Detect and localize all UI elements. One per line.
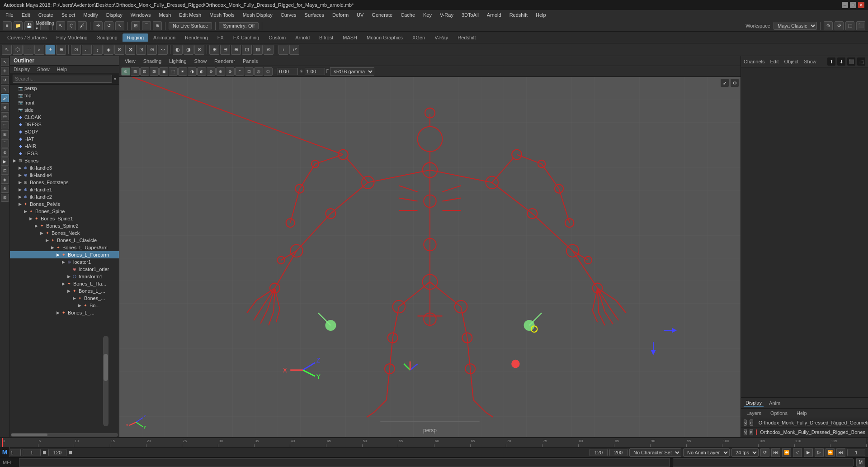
- vp-menu-lighting[interactable]: Lighting: [165, 57, 190, 65]
- tree-item-bones-spine2[interactable]: ▶ ✦ Bones_Spine2: [10, 222, 119, 229]
- lt-hypershade[interactable]: ◈: [1, 176, 9, 184]
- tree-item-ikhandle3[interactable]: ▶ ⊕ ikHandle3: [10, 164, 119, 172]
- lt-curve[interactable]: ⌒: [1, 139, 9, 148]
- tb-mirror[interactable]: ⇔: [158, 45, 168, 55]
- status-playback-prev[interactable]: ⏪: [782, 448, 791, 457]
- menu-generate[interactable]: Generate: [368, 11, 396, 19]
- modeling-dropdown[interactable]: Modeling ▾: [40, 21, 49, 30]
- vp-aa-btn[interactable]: ⊗: [226, 67, 235, 76]
- tree-item-bones-footsteps[interactable]: ▶ ⊞ Bones_Footsteps: [10, 179, 119, 186]
- menu-mesh[interactable]: Mesh: [155, 11, 175, 19]
- status-current-frame[interactable]: 1: [847, 449, 865, 456]
- menu-display[interactable]: Display: [103, 11, 126, 19]
- tree-item-ikhandle2[interactable]: ▶ ⊕ ikHandle2: [10, 193, 119, 200]
- tree-item-locator1-orier[interactable]: ⊕ locator1_orier: [10, 266, 119, 273]
- tb-paint[interactable]: ⋯: [24, 45, 33, 55]
- tb-paint-skin[interactable]: ⊗: [194, 45, 204, 55]
- menu-3dto[interactable]: 3DToAll: [458, 11, 482, 19]
- corner-icon-maximize[interactable]: ⤢: [721, 79, 729, 87]
- menu-key[interactable]: Key: [420, 11, 435, 19]
- close-button[interactable]: ✕: [858, 2, 864, 8]
- tb-remove[interactable]: ⊘: [114, 45, 124, 55]
- menu-edit[interactable]: Edit: [18, 11, 34, 19]
- layer-item-bones[interactable]: V P Orthodox_Monk_Fully_Dressed_Rigged_B…: [741, 428, 868, 437]
- vp-gamma-select[interactable]: sRGB gamma: [330, 67, 374, 76]
- layers-tab-anim[interactable]: Anim: [767, 400, 782, 407]
- vp-menu-panels[interactable]: Panels: [239, 57, 262, 65]
- layers-menu-layers[interactable]: Layers: [743, 410, 765, 417]
- outliner-search-input[interactable]: [13, 75, 112, 83]
- vp-light-btn[interactable]: ☀: [178, 67, 187, 76]
- lt-paint[interactable]: 🖌: [1, 94, 9, 102]
- corner-icon-settings[interactable]: ⚙: [731, 79, 739, 87]
- menu-curves[interactable]: Curves: [277, 11, 300, 19]
- outliner-scrollbar-thumb[interactable]: [104, 354, 108, 381]
- tb-insert[interactable]: ↕: [93, 45, 103, 55]
- menu-help[interactable]: Help: [532, 11, 550, 19]
- tb-add[interactable]: +: [278, 45, 288, 55]
- outliner-scrollbar[interactable]: [103, 336, 108, 426]
- lt-ipr-render[interactable]: ⊡: [1, 167, 9, 175]
- lt-snap[interactable]: ⊞: [1, 130, 9, 138]
- tb-orient[interactable]: ⊛: [147, 45, 157, 55]
- lt-soft-mod[interactable]: ◎: [1, 112, 9, 120]
- tb-connect[interactable]: ⊡: [136, 45, 146, 55]
- vp-ssao-btn[interactable]: ◐: [197, 67, 206, 76]
- layers-menu-help[interactable]: Help: [793, 410, 811, 417]
- ch-header-show[interactable]: Show: [804, 59, 816, 64]
- lt-select[interactable]: ↖: [1, 58, 9, 66]
- tab-curves-surfaces[interactable]: Curves / Surfaces: [3, 33, 51, 42]
- tree-item-bones-pelvis[interactable]: ▶ ✦ Bones_Pelvis: [10, 200, 119, 208]
- tree-item-bon-deep2[interactable]: ▶ ✦ Bo...: [10, 302, 119, 309]
- vp-solid-btn[interactable]: ◼: [159, 67, 168, 76]
- layer-vis-bones[interactable]: V: [744, 429, 747, 435]
- tab-custom[interactable]: Custom: [264, 33, 290, 42]
- lt-move[interactable]: ✛: [1, 67, 9, 75]
- tab-motion-graphics[interactable]: Motion Graphics: [362, 33, 407, 42]
- layer-lock-bones[interactable]: P: [750, 429, 753, 435]
- outliner-menu-display[interactable]: Display: [10, 66, 33, 73]
- tab-rendering[interactable]: Rendering: [180, 33, 212, 42]
- vp-exposure-btn[interactable]: ⊡: [245, 67, 254, 76]
- tb-plus2[interactable]: +²: [289, 45, 299, 55]
- ch-icon-4[interactable]: ⬚: [857, 57, 865, 66]
- layer-lock-geometry[interactable]: P: [750, 419, 753, 426]
- vp-shadow-btn[interactable]: ◑: [188, 67, 197, 76]
- tb-disconnect[interactable]: ⊠: [125, 45, 135, 55]
- outliner-menu-help[interactable]: Help: [53, 66, 71, 73]
- tb-constraint-orient[interactable]: ⊕: [231, 45, 241, 55]
- tree-item-hat[interactable]: ◆ HAT: [10, 135, 119, 143]
- ws-select-btn[interactable]: ↖: [56, 21, 65, 30]
- tree-item-locator1[interactable]: ▶ ⊕ locator1: [10, 258, 119, 266]
- menu-select[interactable]: Select: [58, 11, 79, 19]
- ch-icon-1[interactable]: ⬆: [827, 57, 835, 66]
- status-character-set[interactable]: No Character Set: [629, 448, 681, 457]
- vp-exposure-input[interactable]: [278, 68, 298, 75]
- tb-reroot[interactable]: ◈: [104, 45, 113, 55]
- tree-item-ikhandle1[interactable]: ▶ ⊕ ikHandle1: [10, 186, 119, 193]
- ch-header-channels[interactable]: Channels: [744, 59, 764, 64]
- tree-item-bones-neck[interactable]: ▶ ✦ Bones_Neck: [10, 229, 119, 237]
- tree-item-bones-l-clavicle[interactable]: ▶ ✦ Bones_L_Clavicle: [10, 237, 119, 244]
- vp-persp-btn[interactable]: ⊙: [121, 67, 130, 76]
- tree-item-transform1[interactable]: ▶ ⬡ transform1: [10, 273, 119, 280]
- workspace-icon-2[interactable]: 📁: [14, 21, 23, 30]
- menu-mesh-tools[interactable]: Mesh Tools: [206, 11, 238, 19]
- ch-header-object[interactable]: Object: [784, 59, 798, 64]
- tree-item-cloak[interactable]: ◆ CLOAK: [10, 114, 119, 121]
- tab-mash[interactable]: MASH: [338, 33, 362, 42]
- ws-snap-grid[interactable]: ⊞: [131, 21, 140, 30]
- outliner-menu-show[interactable]: Show: [33, 66, 53, 73]
- menu-uv[interactable]: UV: [353, 11, 367, 19]
- menu-cache[interactable]: Cache: [397, 11, 419, 19]
- tb-constraint-scale[interactable]: ⊡: [242, 45, 252, 55]
- tb-ik[interactable]: ⌐: [82, 45, 92, 55]
- status-frame-end-1[interactable]: 120: [48, 449, 66, 456]
- status-fps[interactable]: 24 fps: [731, 448, 759, 457]
- tab-fx-caching[interactable]: FX Caching: [229, 33, 264, 42]
- ch-header-edit[interactable]: Edit: [770, 59, 778, 64]
- lt-sculpt[interactable]: ⊗: [1, 148, 9, 157]
- tb-skeleton[interactable]: ⊕: [56, 45, 66, 55]
- vp-texture-btn[interactable]: ⬚: [169, 67, 178, 76]
- symmetry-button[interactable]: Symmetry: Off: [219, 22, 259, 29]
